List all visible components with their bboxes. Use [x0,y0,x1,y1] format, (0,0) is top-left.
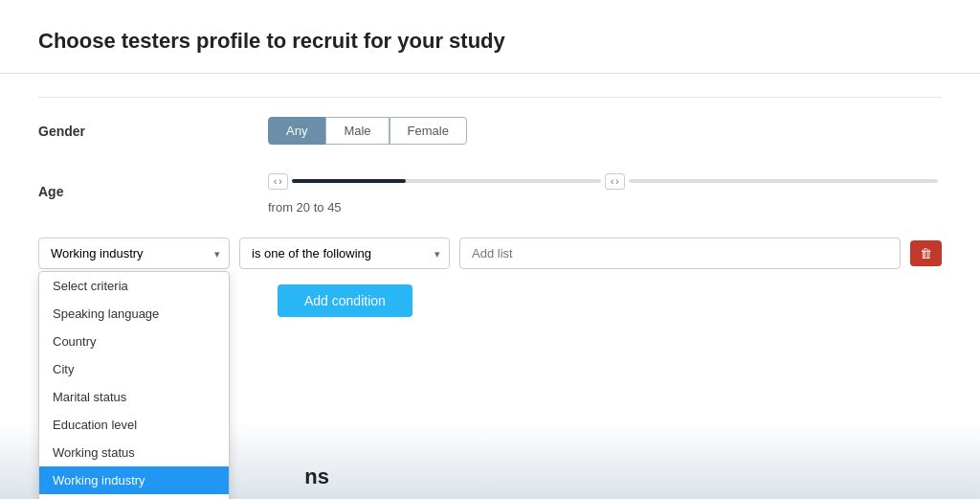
dropdown-item-select-criteria[interactable]: Select criteria [39,272,229,300]
add-condition-button[interactable]: Add condition [278,284,412,317]
criteria-select[interactable]: Select criteria Speaking language Countr… [38,238,230,269]
age-range-label: from 20 to 45 [268,200,938,215]
gender-label: Gender [38,124,268,139]
gender-female-button[interactable]: Female [390,117,467,145]
age-right-arrows[interactable]: ‹ › [605,173,625,190]
age-label: Age [38,184,268,199]
age-right-chevron-right: › [614,176,619,187]
condition-select-wrapper[interactable]: is one of the following is not one of th… [239,238,450,269]
age-control: ‹ › ‹ › [268,168,942,215]
condition-select[interactable]: is one of the following is not one of th… [239,238,450,269]
age-track-fill [292,179,407,183]
delete-icon: 🗑 [920,246,932,261]
gender-button-group: Any Male Female [268,117,942,145]
add-condition-area: Add condition [239,284,942,317]
delete-condition-button[interactable]: 🗑 [910,240,942,266]
dropdown-item-speaking-language[interactable]: Speaking language [39,300,229,328]
additional-section-ns: ns [304,465,329,489]
dropdown-item-working-industry[interactable]: Working industry [39,466,229,494]
age-slider-container: ‹ › ‹ › [268,168,938,215]
condition-row: Select criteria Speaking language Countr… [38,238,942,269]
gender-row: Gender Any Male Female [38,117,942,145]
age-slider-track: ‹ › ‹ › [268,168,938,194]
gender-any-button[interactable]: Any [268,117,325,145]
age-row: Age ‹ › ‹ [38,168,942,215]
gender-male-button[interactable]: Male [325,117,389,145]
dropdown-item-country[interactable]: Country [39,328,229,355]
dropdown-item-seniority-level[interactable]: Seniority level [39,494,229,499]
dropdown-item-education-level[interactable]: Education level [39,411,229,439]
dropdown-item-city[interactable]: City [39,355,229,383]
criteria-select-wrapper[interactable]: Select criteria Speaking language Countr… [38,238,230,269]
criteria-dropdown-menu: Select criteria Speaking language Countr… [38,271,230,499]
add-list-input[interactable] [459,238,901,269]
dropdown-item-working-status[interactable]: Working status [39,439,229,466]
age-slider-bar[interactable] [292,168,601,194]
gender-control: Any Male Female [268,117,942,145]
age-track-background [292,179,601,183]
age-right-chevron-left: › [278,176,282,187]
page-title: Choose testers profile to recruit for yo… [38,29,942,54]
age-left-arrows[interactable]: ‹ › [268,173,288,190]
dropdown-item-marital-status[interactable]: Marital status [39,383,229,411]
